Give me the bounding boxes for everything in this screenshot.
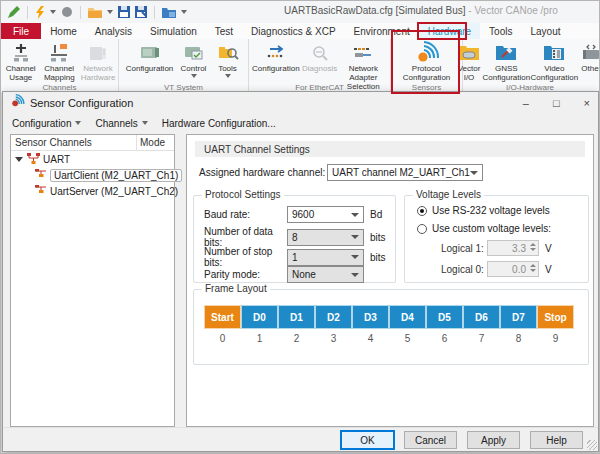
expander-icon[interactable] xyxy=(15,157,23,162)
rs232-radio[interactable] xyxy=(417,206,427,216)
ok-button[interactable]: OK xyxy=(341,431,394,449)
stop-measurement-icon[interactable] xyxy=(61,6,73,18)
minimize-button[interactable]: – xyxy=(523,97,529,109)
tab-environment[interactable]: Environment xyxy=(345,23,419,39)
dialog-titlebar[interactable]: Sensor Configuration – □ × xyxy=(3,92,598,114)
tab-test[interactable]: Test xyxy=(206,23,242,39)
network-hardware-icon xyxy=(88,41,108,64)
ethercat-configuration-icon xyxy=(265,41,287,64)
channel-usage-label: Channel Usage xyxy=(4,64,38,82)
parity-mode-select[interactable]: None xyxy=(287,266,364,283)
other-io-button[interactable]: Other xyxy=(578,40,600,74)
logical0-row: Logical 0: 0.0 V xyxy=(441,261,552,277)
parity-mode-label: Parity mode: xyxy=(204,269,287,280)
sensor-configuration-dialog: Sensor Configuration – □ × Configuration… xyxy=(2,91,599,452)
frame-cell-d6: D6 xyxy=(463,305,500,329)
baud-rate-value: 9600 xyxy=(292,209,314,220)
quick-access-toolbar xyxy=(1,6,187,19)
custom-voltage-radio-row[interactable]: Use custom voltage levels: xyxy=(417,223,551,234)
save-icon[interactable] xyxy=(118,6,130,18)
logical1-spinner[interactable]: 3.3 xyxy=(487,240,539,256)
vt-configuration-icon xyxy=(138,41,162,64)
frame-cell-start: Start xyxy=(204,305,241,329)
video-configuration-icon xyxy=(543,41,565,64)
logical1-row: Logical 1: 3.3 V xyxy=(441,240,552,256)
menu-channels[interactable]: Channels xyxy=(88,117,154,130)
frame-index: 4 xyxy=(352,333,389,344)
custom-voltage-radio[interactable] xyxy=(417,224,427,234)
logical0-spinner[interactable]: 0.0 xyxy=(487,261,539,277)
custom-voltage-radio-label: Use custom voltage levels: xyxy=(432,223,551,234)
data-bits-value: 8 xyxy=(292,232,298,243)
app-window: UARTBasicRawData.cfg [Simulated Bus] - V… xyxy=(0,0,600,454)
gnss-configuration-button[interactable]: GNSS Configuration xyxy=(482,40,530,83)
voltage-levels-title: Voltage Levels xyxy=(413,189,484,200)
vt-tools-label: Tools xyxy=(218,64,237,73)
uart-bus-icon xyxy=(27,153,40,166)
close-button[interactable]: × xyxy=(584,97,590,109)
vt-tools-button[interactable]: Tools xyxy=(212,40,244,79)
protocol-configuration-button[interactable]: Protocol Configuration xyxy=(396,40,458,83)
tree-item-uartclient-label: UartClient (M2_UART_Ch1) xyxy=(50,169,182,182)
apply-button[interactable]: Apply xyxy=(467,431,520,449)
protocol-settings-group: Protocol Settings Baud rate: 9600 Bd Num… xyxy=(193,195,396,283)
assigned-hardware-channel-select[interactable]: UART channel M2_UART_Ch1 xyxy=(327,164,483,181)
data-bits-select[interactable]: 8 xyxy=(287,229,364,246)
protocol-configuration-icon xyxy=(414,41,440,64)
vt-configuration-button[interactable]: Configuration xyxy=(124,40,176,74)
menu-configuration[interactable]: Configuration xyxy=(5,117,88,130)
start-dropdown-icon[interactable] xyxy=(50,10,56,14)
open-dropdown-icon[interactable] xyxy=(107,10,113,14)
tab-hardware[interactable]: Hardware xyxy=(419,23,480,39)
column-mode: Mode xyxy=(136,135,174,150)
chevron-down-icon xyxy=(351,213,359,217)
tree-item-uartserver[interactable]: UartServer (M2_UART_Ch2) xyxy=(11,183,174,199)
rs232-radio-row[interactable]: Use RS-232 voltage levels xyxy=(417,205,550,216)
spinner-arrows-icon[interactable] xyxy=(530,243,536,251)
baud-rate-select[interactable]: 9600 xyxy=(287,206,364,223)
cancel-button[interactable]: Cancel xyxy=(404,431,457,449)
diagnosis-label: Diagnosis xyxy=(302,64,337,73)
frame-index: 3 xyxy=(315,333,352,344)
vector-io-icon xyxy=(458,41,480,64)
vector-io-button[interactable]: Vector I/O xyxy=(456,40,483,83)
vt-control-button[interactable]: Control xyxy=(176,40,212,79)
help-button[interactable]: Help xyxy=(530,431,583,449)
channel-mapping-button[interactable]: Channel Mapping xyxy=(40,40,79,83)
video-configuration-label: Video Configuration xyxy=(531,64,579,82)
frame-cell-d1: D1 xyxy=(278,305,315,329)
app-titlebar: UARTBasicRawData.cfg [Simulated Bus] - V… xyxy=(1,1,600,23)
start-measurement-icon[interactable] xyxy=(35,6,45,19)
frame-index: 1 xyxy=(241,333,278,344)
ethercat-configuration-button[interactable]: Configuration xyxy=(250,40,302,74)
data-bits-row: Number of data bits: 8 bits xyxy=(204,226,386,248)
gnss-configuration-icon xyxy=(495,41,517,64)
tab-diagnostics-xcp[interactable]: Diagnostics & XCP xyxy=(242,23,344,39)
resize-grip[interactable] xyxy=(587,440,597,450)
tree-item-uartclient[interactable]: UartClient (M2_UART_Ch1) xyxy=(11,167,174,183)
frame-index: 0 xyxy=(204,333,241,344)
open-folder-icon[interactable] xyxy=(88,6,102,18)
customize-toolbar-icon[interactable] xyxy=(181,10,187,14)
tab-home[interactable]: Home xyxy=(41,23,86,39)
tab-file[interactable]: File xyxy=(1,23,41,39)
configuration-folder-icon[interactable] xyxy=(162,6,176,18)
edit-mode-icon[interactable] xyxy=(7,6,20,19)
menu-hardware-configuration[interactable]: Hardware Configuration... xyxy=(155,117,283,130)
menu-configuration-label: Configuration xyxy=(12,118,71,129)
tab-layout[interactable]: Layout xyxy=(521,23,569,39)
tab-analysis[interactable]: Analysis xyxy=(86,23,141,39)
channel-usage-button[interactable]: Channel Usage xyxy=(2,40,40,83)
frame-cell-d0: D0 xyxy=(241,305,278,329)
frame-index: 6 xyxy=(426,333,463,344)
tab-tools[interactable]: Tools xyxy=(480,23,521,39)
stop-bits-unit: bits xyxy=(370,252,386,263)
tab-simulation[interactable]: Simulation xyxy=(141,23,206,39)
maximize-button[interactable]: □ xyxy=(553,97,560,109)
stop-bits-select[interactable]: 1 xyxy=(287,249,364,266)
save-as-icon[interactable] xyxy=(135,6,147,18)
tree-item-uart[interactable]: UART xyxy=(11,151,174,167)
network-hardware-button: Network Hardware xyxy=(79,40,117,83)
video-configuration-button[interactable]: Video Configuration xyxy=(530,40,578,83)
spinner-arrows-icon[interactable] xyxy=(530,264,536,272)
